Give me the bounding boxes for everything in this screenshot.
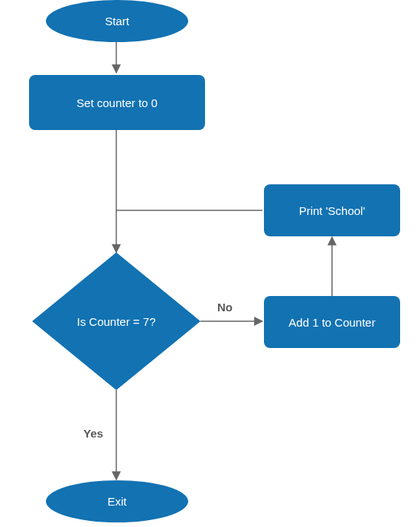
- add-counter-label: Add 1 to Counter: [288, 316, 375, 329]
- no-label: No: [217, 301, 233, 314]
- start-node: Start: [46, 0, 188, 42]
- print-school-node: Print 'School': [264, 184, 400, 236]
- yes-label: Yes: [83, 427, 103, 440]
- add-counter-node: Add 1 to Counter: [264, 296, 400, 348]
- set-counter-node: Set counter to 0: [29, 75, 205, 130]
- start-label: Start: [105, 15, 129, 28]
- exit-node: Exit: [46, 480, 188, 522]
- print-school-label: Print 'School': [299, 204, 366, 217]
- exit-label: Exit: [107, 495, 126, 508]
- decision-node: Is Counter = 7?: [32, 252, 200, 390]
- set-counter-label: Set counter to 0: [77, 96, 158, 109]
- decision-label: Is Counter = 7?: [77, 315, 156, 328]
